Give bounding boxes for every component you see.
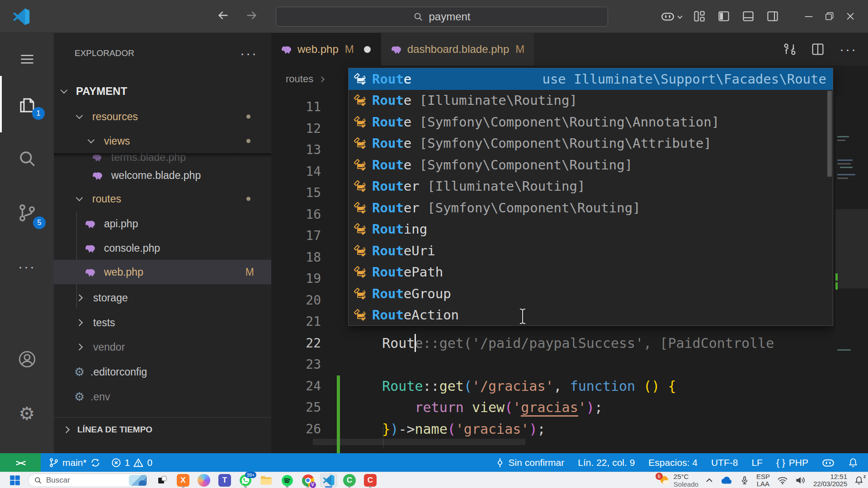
microphone-icon[interactable] xyxy=(740,476,749,485)
minimap[interactable] xyxy=(835,96,868,453)
file-explorer-icon[interactable] xyxy=(258,474,275,487)
tree-item-vendor[interactable]: vendor xyxy=(54,335,271,359)
toggle-panel-icon[interactable] xyxy=(742,10,754,22)
accounts-button[interactable] xyxy=(0,341,54,377)
line-number: 14 xyxy=(271,161,321,183)
xampp-icon[interactable]: X xyxy=(175,474,192,487)
nav-back-icon[interactable] xyxy=(216,8,231,23)
text-caret xyxy=(415,334,416,352)
explorer-view-button[interactable]: 1 xyxy=(0,87,54,123)
suggest-item[interactable]: RouteAction xyxy=(349,305,833,326)
restore-button[interactable] xyxy=(819,0,840,33)
git-modified-badge: M xyxy=(245,266,254,278)
clock[interactable]: 12:51 22/03/2025 xyxy=(813,473,847,488)
close-button[interactable] xyxy=(840,0,861,33)
problems-item[interactable]: 1 0 xyxy=(106,453,158,472)
tree-item-tests[interactable]: tests xyxy=(54,310,271,335)
suggest-item[interactable]: RouteGroup xyxy=(349,283,833,305)
git-branch-item[interactable]: main* xyxy=(43,453,106,472)
spotify-icon[interactable] xyxy=(278,474,296,487)
indentation-item[interactable]: Espacios: 4 xyxy=(643,453,703,472)
suggest-item[interactable]: Router [Symfony\Component\Routing] xyxy=(349,197,833,219)
start-button[interactable] xyxy=(6,474,24,487)
copilot-status-item[interactable] xyxy=(816,453,840,472)
keyboard-layout[interactable]: ESP LAA xyxy=(756,473,770,488)
toggle-sidebar-icon[interactable] xyxy=(718,10,730,22)
title-bar: payment xyxy=(0,0,868,33)
open-changes-icon[interactable] xyxy=(783,43,796,56)
copilot-menu[interactable] xyxy=(661,11,682,22)
suggest-scrollbar[interactable] xyxy=(827,91,832,177)
tab-web-php[interactable]: web.php M xyxy=(271,33,381,66)
suggest-item[interactable]: Router [Illuminate\Routing] xyxy=(349,176,833,197)
symbol-class-icon xyxy=(353,287,367,300)
more-views-button[interactable]: ··· xyxy=(0,249,54,285)
suggest-item[interactable]: RoutePath xyxy=(349,262,833,283)
settings-gear-button[interactable]: ⚙ xyxy=(0,395,54,432)
tree-item-welcome-blade[interactable]: welcome.blade.php xyxy=(54,163,271,188)
suggest-item-route-facade[interactable]: Route use Illuminate\Support\Facades\Rou… xyxy=(349,68,833,90)
cursor-position-item[interactable]: Lín. 22, col. 9 xyxy=(572,453,640,472)
tree-item-editorconfig[interactable]: ⚙ .editorconfig xyxy=(54,360,271,384)
task-view-button[interactable] xyxy=(154,474,171,487)
taskbar-search[interactable]: Buscar xyxy=(28,474,149,487)
minimap-slider[interactable] xyxy=(835,209,868,288)
tree-item-routes[interactable]: routes xyxy=(54,187,271,211)
encoding-item[interactable]: UTF-8 xyxy=(706,453,744,472)
chrome-icon[interactable]: V xyxy=(299,474,316,487)
volume-icon[interactable] xyxy=(795,476,806,485)
eol-item[interactable]: LF xyxy=(746,453,768,472)
teams-icon[interactable]: T xyxy=(216,474,233,487)
suggest-item[interactable]: Routing xyxy=(349,219,833,240)
remote-indicator[interactable]: >< xyxy=(0,453,41,472)
menu-button[interactable] xyxy=(0,41,54,77)
tree-item-api-php[interactable]: api.php xyxy=(54,211,271,236)
notifications-item[interactable] xyxy=(843,453,863,472)
tree-item-views[interactable]: views xyxy=(54,129,271,153)
code-line-26: })->name('gracias'); xyxy=(349,418,835,440)
source-control-view-button[interactable]: 5 xyxy=(0,195,54,231)
tab-dashboard-blade-php[interactable]: dashboard.blade.php M xyxy=(381,33,535,66)
code-line-25: return view('gracias'); xyxy=(349,397,835,418)
search-view-button[interactable] xyxy=(0,141,54,177)
suggest-item[interactable]: Route [Illuminate\Routing] xyxy=(349,90,833,112)
split-editor-icon[interactable] xyxy=(811,43,824,56)
tray-expand-chevron[interactable] xyxy=(706,478,713,483)
scm-status-item[interactable]: Sin confirmar xyxy=(490,453,570,472)
weather-widget[interactable]: 6 25°C Soleado xyxy=(658,473,698,488)
nav-forward-icon[interactable] xyxy=(244,8,259,23)
notification-bell[interactable]: z xyxy=(854,476,863,485)
recorder-icon[interactable]: C xyxy=(362,474,379,487)
suggest-item[interactable]: Route [Symfony\Component\Routing\Annotat… xyxy=(349,111,833,133)
explorer-more-actions[interactable]: ··· xyxy=(240,46,258,61)
code-line-24: Route::get('/gracias', function () { xyxy=(349,375,835,397)
suggest-item[interactable]: Route [Symfony\Component\Routing\Attribu… xyxy=(349,133,833,155)
language-mode-item[interactable]: { } PHP xyxy=(771,453,814,472)
toggle-secondary-sidebar-icon[interactable] xyxy=(767,10,778,22)
whatsapp-icon[interactable]: 99+ xyxy=(237,474,254,487)
onedrive-icon[interactable] xyxy=(720,476,733,485)
breadcrumb[interactable]: routes xyxy=(286,69,324,89)
editor-more-actions[interactable]: ··· xyxy=(840,42,857,57)
wifi-icon[interactable] xyxy=(777,476,788,485)
camtasia-icon[interactable]: C xyxy=(341,474,358,487)
suggest-item[interactable]: Route [Symfony\Component\Routing] xyxy=(349,154,833,176)
vscode-taskbar-icon[interactable] xyxy=(320,474,337,487)
timeline-section-header[interactable]: LÍNEA DE TIEMPO xyxy=(54,417,271,441)
copilot-app-icon[interactable] xyxy=(195,474,212,487)
tree-item-web-php-selected[interactable]: web.php M xyxy=(54,260,271,284)
customize-layout-icon[interactable] xyxy=(693,10,705,22)
search-icon xyxy=(34,476,42,484)
horizontal-scrollbar[interactable] xyxy=(313,439,525,445)
minimize-button[interactable] xyxy=(798,0,819,33)
suggest-item[interactable]: RouteUri xyxy=(349,240,833,262)
dirty-indicator[interactable] xyxy=(364,46,371,53)
line-number: 26 xyxy=(271,418,321,440)
tree-item-storage[interactable]: storage xyxy=(54,286,271,310)
tree-item-resources[interactable]: resources xyxy=(54,104,271,129)
sync-icon xyxy=(90,458,100,468)
tree-item-env[interactable]: ⚙ .env xyxy=(54,385,271,409)
tree-item-payment-root[interactable]: PAYMENT xyxy=(54,79,271,103)
command-center-search[interactable]: payment xyxy=(276,7,608,27)
tree-item-console-php[interactable]: console.php xyxy=(54,236,271,260)
